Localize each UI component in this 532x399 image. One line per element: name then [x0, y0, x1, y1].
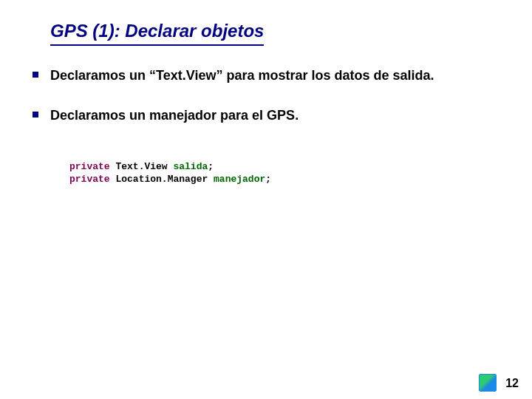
bullet-text: Declaramos un manejador para el GPS. [50, 108, 299, 123]
list-item: Declaramos un “Text.View” para mostrar l… [50, 66, 502, 84]
code-keyword: private [69, 161, 110, 172]
code-variable: salida [173, 161, 208, 172]
code-class: Text.View [115, 161, 167, 172]
code-variable: manejador [214, 174, 265, 185]
list-item: Declaramos un manejador para el GPS. [50, 106, 502, 124]
bullet-text: Declaramos un “Text.View” para mostrar l… [50, 68, 434, 83]
code-punct: ; [265, 174, 271, 185]
code-punct: ; [208, 161, 214, 172]
slide: GPS (1): Declarar objetos Declaramos un … [0, 0, 532, 399]
code-keyword: private [69, 174, 110, 185]
code-class: Location.Manager [115, 174, 208, 185]
code-block: private Text.View salida; private Locati… [69, 160, 502, 186]
page-number: 12 [505, 377, 519, 390]
slide-logo-icon [479, 374, 497, 392]
page-title: GPS (1): Declarar objetos [50, 21, 264, 46]
bullet-list: Declaramos un “Text.View” para mostrar l… [50, 66, 502, 125]
